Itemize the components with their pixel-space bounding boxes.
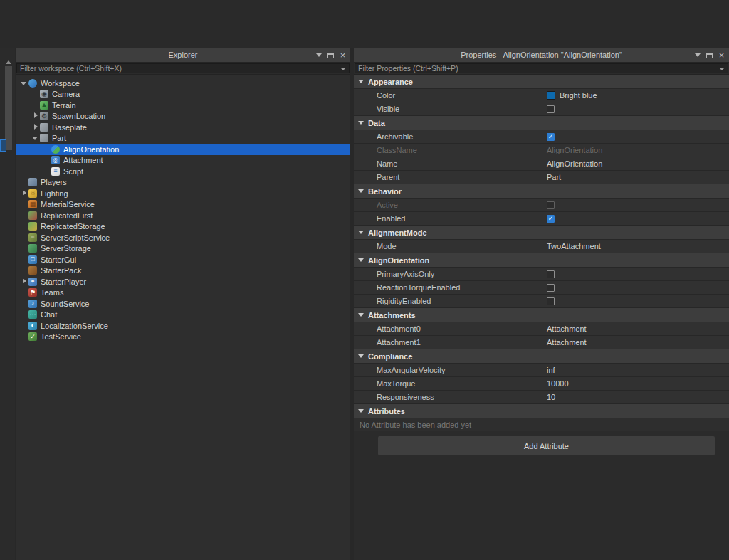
section-header-alignorientation[interactable]: AlignOrientation: [354, 253, 729, 268]
section-header-behavior[interactable]: Behavior: [354, 184, 729, 199]
expander-right-icon[interactable]: [20, 278, 28, 286]
tree-item-workspace[interactable]: Workspace: [16, 78, 350, 89]
property-row-Visible[interactable]: Visible: [354, 102, 729, 116]
checkbox-checked[interactable]: ✓: [547, 215, 555, 223]
property-value[interactable]: ✓: [542, 212, 729, 225]
tree-item-localizationservice[interactable]: ◐LocalizationService: [16, 320, 350, 332]
add-attribute-button[interactable]: Add Attribute: [378, 436, 715, 455]
tree-item-terrain[interactable]: ▲Terrain: [16, 100, 350, 111]
checkbox-unchecked[interactable]: [547, 297, 555, 305]
property-row-Name[interactable]: NameAlignOrientation: [354, 157, 729, 171]
property-value[interactable]: Bright blue: [542, 89, 729, 102]
property-value[interactable]: inf: [542, 364, 729, 376]
scrollbar-thumb[interactable]: [5, 66, 12, 150]
property-row-MaxTorque[interactable]: MaxTorque10000: [354, 377, 729, 391]
checkbox-unchecked[interactable]: [547, 270, 555, 278]
tree-item-spawnlocation[interactable]: ⚙SpawnLocation: [16, 111, 350, 122]
checkbox-checked[interactable]: ✓: [547, 133, 555, 141]
tree-item-baseplate[interactable]: Baseplate: [16, 122, 350, 133]
checkbox-unchecked[interactable]: [547, 201, 555, 209]
property-value[interactable]: 10: [542, 391, 729, 403]
left-rail-selection-marker[interactable]: [0, 139, 6, 152]
property-row-Mode[interactable]: ModeTwoAttachment: [354, 240, 729, 253]
section-collapse-icon[interactable]: [358, 231, 364, 234]
tree-item-startergui[interactable]: □StarterGui: [16, 254, 350, 265]
property-row-ClassName[interactable]: ClassNameAlignOrientation: [354, 144, 729, 157]
undock-button[interactable]: [325, 50, 336, 60]
tree-item-players[interactable]: Players: [16, 177, 350, 189]
color-swatch[interactable]: [547, 91, 555, 100]
section-collapse-icon[interactable]: [358, 313, 364, 317]
close-panel-button[interactable]: ×: [337, 50, 348, 60]
property-row-Enabled[interactable]: Enabled✓: [354, 212, 729, 226]
tree-item-starterpack[interactable]: StarterPack: [16, 265, 350, 277]
expander-right-icon[interactable]: [31, 123, 40, 132]
property-row-RigidityEnabled[interactable]: RigidityEnabled: [354, 295, 729, 308]
expander-down-icon[interactable]: [31, 134, 40, 142]
property-row-Color[interactable]: ColorBright blue: [354, 89, 729, 102]
expander-right-icon[interactable]: [20, 189, 28, 198]
tree-item-replicatedstorage[interactable]: ReplicatedStorage: [16, 221, 350, 233]
tree-item-alignorientation[interactable]: AlignOrientation: [16, 144, 350, 155]
tree-item-soundservice[interactable]: ♪SoundService: [16, 298, 350, 310]
tree-item-testservice[interactable]: ✓TestService: [16, 332, 350, 343]
tree-item-replicatedfirst[interactable]: ReplicatedFirst: [16, 210, 350, 221]
property-row-PrimaryAxisOnly[interactable]: PrimaryAxisOnly: [354, 268, 729, 281]
property-value[interactable]: Attachment: [542, 336, 729, 349]
property-value[interactable]: 10000: [542, 377, 729, 390]
section-header-attachments[interactable]: Attachments: [354, 308, 729, 322]
section-collapse-icon[interactable]: [358, 121, 364, 125]
checkbox-unchecked[interactable]: [547, 284, 555, 292]
explorer-filter-input[interactable]: [16, 63, 350, 73]
panel-menu-button[interactable]: [692, 50, 703, 60]
property-row-Archivable[interactable]: Archivable✓: [354, 130, 729, 144]
tree-item-starterplayer[interactable]: ●StarterPlayer: [16, 276, 350, 287]
scroll-up-icon[interactable]: [6, 60, 11, 64]
property-row-ReactionTorqueEnabled[interactable]: ReactionTorqueEnabled: [354, 281, 729, 295]
property-row-Parent[interactable]: ParentPart: [354, 171, 729, 184]
section-header-data[interactable]: Data: [354, 116, 729, 130]
filter-dropdown-icon[interactable]: [719, 68, 725, 70]
tree-item-teams[interactable]: ⚑Teams: [16, 287, 350, 299]
undock-button[interactable]: [704, 50, 715, 60]
property-row-Attachment0[interactable]: Attachment0Attachment: [354, 322, 729, 336]
tree-item-camera[interactable]: ◉Camera: [16, 89, 350, 100]
tree-item-chat[interactable]: ⋯Chat: [16, 310, 350, 321]
property-row-Active[interactable]: Active: [354, 199, 729, 212]
property-value[interactable]: [542, 268, 729, 280]
filter-dropdown-icon[interactable]: [340, 68, 346, 70]
property-value[interactable]: AlignOrientation: [542, 157, 729, 170]
property-row-Responsiveness[interactable]: Responsiveness10: [354, 391, 729, 404]
tree-item-attachment[interactable]: ◎Attachment: [16, 155, 350, 167]
section-collapse-icon[interactable]: [358, 258, 364, 262]
property-value[interactable]: [542, 102, 729, 115]
section-collapse-icon[interactable]: [358, 189, 364, 193]
property-value[interactable]: [542, 199, 729, 211]
property-value[interactable]: [542, 295, 729, 307]
checkbox-unchecked[interactable]: [547, 105, 555, 113]
tree-item-lighting[interactable]: ☼Lighting: [16, 188, 350, 199]
section-header-compliance[interactable]: Compliance: [354, 349, 729, 364]
close-panel-button[interactable]: ×: [716, 50, 727, 60]
property-row-MaxAngularVelocity[interactable]: MaxAngularVelocityinf: [354, 364, 729, 377]
section-header-attributes[interactable]: Attributes: [354, 404, 729, 418]
property-value[interactable]: [542, 281, 729, 294]
expander-right-icon[interactable]: [31, 112, 40, 120]
section-collapse-icon[interactable]: [358, 354, 364, 358]
properties-filter-input[interactable]: [355, 63, 728, 73]
tree-item-script[interactable]: ≡Script: [16, 166, 350, 177]
property-value[interactable]: ✓: [542, 130, 729, 143]
panel-menu-button[interactable]: [313, 50, 324, 60]
tree-item-serverscriptservice[interactable]: ≡ServerScriptService: [16, 232, 350, 243]
section-header-appearance[interactable]: Appearance: [354, 75, 729, 89]
tree-item-part[interactable]: Part: [16, 133, 350, 144]
tree-item-materialservice[interactable]: ▦MaterialService: [16, 199, 350, 211]
property-value[interactable]: Part: [542, 171, 729, 184]
property-value[interactable]: Attachment: [542, 322, 729, 335]
section-collapse-icon[interactable]: [358, 80, 364, 83]
section-header-alignmentmode[interactable]: AlignmentMode: [354, 226, 729, 240]
section-collapse-icon[interactable]: [358, 409, 364, 413]
tree-item-serverstorage[interactable]: ServerStorage: [16, 243, 350, 255]
property-value[interactable]: TwoAttachment: [542, 240, 729, 253]
expander-down-icon[interactable]: [20, 79, 28, 88]
